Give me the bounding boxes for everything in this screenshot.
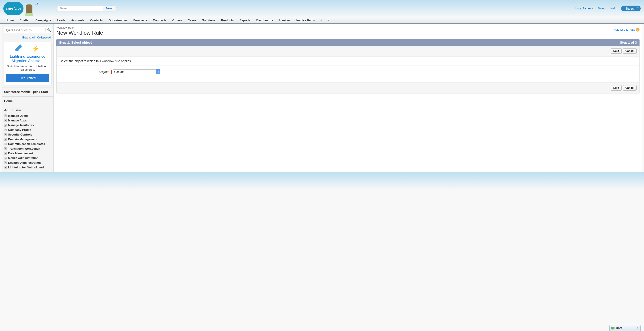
tree-label: Manage Users	[8, 114, 28, 118]
object-select[interactable]: Contact	[113, 69, 160, 74]
tree-label: Manage Apps	[8, 119, 27, 122]
page-head-row: Workflow Rule New Workflow Rule Help for…	[56, 26, 640, 39]
setup-link[interactable]: Setup	[598, 7, 606, 10]
tree-item-manage-users[interactable]: ▶Manage Users	[4, 114, 51, 118]
get-started-button[interactable]: Get Started	[6, 74, 49, 82]
search-input[interactable]	[57, 6, 103, 12]
global-search: Search	[57, 6, 117, 12]
tree-label: Data Management	[8, 152, 33, 155]
tree-item-security-controls[interactable]: ▶Security Controls	[4, 132, 51, 137]
salesforce-logo[interactable]: salesforce	[3, 2, 24, 15]
cancel-button[interactable]: Cancel	[623, 48, 636, 54]
app-picker[interactable]: Sales	[621, 6, 641, 12]
more-tabs-button[interactable]: ▾	[325, 17, 332, 24]
content: Workflow Rule New Workflow Rule Help for…	[54, 24, 642, 172]
lightning-bolt-icon: ⚡	[31, 45, 39, 52]
tab-forecasts[interactable]: Forecasts	[130, 17, 150, 24]
arrow-right-icon: →	[25, 46, 29, 51]
next-button[interactable]: Next	[611, 48, 622, 54]
search-button[interactable]: Search	[103, 6, 117, 12]
expand-all-link[interactable]: Expand All	[22, 36, 35, 39]
mascot-area: '18	[26, 2, 35, 14]
tree-label: Mobile Administration	[8, 156, 38, 160]
page-head-left: Workflow Rule New Workflow Rule	[56, 26, 103, 39]
tree-item-translation-workbench[interactable]: ▶Translation Workbench	[4, 146, 51, 151]
tree-label: Domain Management	[8, 138, 37, 141]
object-row: Object Contact ▲▼	[56, 66, 639, 78]
tree-item-company-profile[interactable]: ▶Company Profile	[4, 128, 51, 132]
tree-label: Lightning for Outlook and	[8, 166, 44, 169]
lightning-promo: → ⚡ Lightning Experience Migration Assis…	[4, 42, 52, 86]
help-link[interactable]: Help	[610, 7, 616, 10]
chevron-right-icon: ▶	[4, 119, 7, 122]
tab-home[interactable]: Home	[3, 17, 16, 24]
sidebar-item-home[interactable]: Home	[2, 96, 54, 106]
chevron-right-icon: ▶	[4, 138, 7, 141]
search-icon[interactable]: 🔍	[47, 28, 51, 32]
new-tab-button[interactable]: +	[318, 17, 325, 24]
tab-campaigns[interactable]: Campaigns	[33, 17, 54, 24]
sidebar: i 🔍 Expand All | Collapse All → ⚡ Lightn…	[2, 24, 54, 172]
tab-products[interactable]: Products	[218, 17, 236, 24]
tree-label: Communication Templates	[8, 142, 45, 146]
quick-find: i 🔍	[4, 26, 51, 33]
object-select-wrap: Contact ▲▼	[113, 69, 160, 74]
page-title: New Workflow Rule	[56, 30, 103, 36]
step-banner: Step 1: Select object Step 1 of 3	[56, 39, 640, 46]
collapse-all-link[interactable]: Collapse All	[37, 36, 51, 39]
required-indicator	[111, 70, 112, 74]
chevron-right-icon: ▶	[4, 157, 7, 160]
tree-item-manage-territories[interactable]: ▶Manage Territories	[4, 123, 51, 128]
step-title: Step 1: Select object	[59, 40, 92, 44]
tab-contracts[interactable]: Contracts	[150, 17, 170, 24]
tab-contacts[interactable]: Contacts	[88, 17, 106, 24]
chevron-right-icon: ▶	[4, 148, 7, 150]
tab-cases[interactable]: Cases	[185, 17, 199, 24]
sidebar-item-mobile-quick-start[interactable]: Salesforce Mobile Quick Start	[2, 87, 54, 96]
tree-item-communication-templates[interactable]: ▶Communication Templates	[4, 142, 51, 146]
tree-item-mobile-administration[interactable]: ▶Mobile Administration	[4, 156, 51, 160]
tab-leads[interactable]: Leads	[54, 17, 68, 24]
breadcrumb: Workflow Rule	[56, 26, 103, 29]
chevron-right-icon: ▶	[4, 124, 7, 126]
next-button-bottom[interactable]: Next	[611, 85, 622, 90]
sidebar-heading-administer: Administer	[2, 106, 54, 114]
tree-item-manage-apps[interactable]: ▶Manage Apps	[4, 118, 51, 123]
global-header: salesforce '18 Search Lucy Saines Setup …	[0, 0, 644, 17]
tab-dashboards[interactable]: Dashboards	[253, 17, 276, 24]
object-label: Object	[60, 70, 111, 74]
promo-subtitle: Switch to the modern, intelligent Salesf…	[6, 65, 49, 71]
tab-accounts[interactable]: Accounts	[68, 17, 87, 24]
chevron-right-icon: ▶	[4, 166, 7, 169]
help-icon: ?	[636, 28, 640, 32]
tree-item-data-management[interactable]: ▶Data Management	[4, 151, 51, 156]
promo-title[interactable]: Lightning Experience Migration Assistant	[6, 54, 49, 63]
info-icon[interactable]: i	[46, 28, 46, 32]
tree-label: Translation Workbench	[8, 147, 40, 150]
tree-label: Desktop Administration	[8, 161, 41, 164]
tab-solutions[interactable]: Solutions	[199, 17, 218, 24]
quick-find-input[interactable]	[4, 28, 46, 32]
tab-invoice-items[interactable]: Invoice Items	[294, 17, 318, 24]
step-of: Step 1 of 3	[620, 40, 637, 44]
tab-opportunities[interactable]: Opportunities	[106, 17, 130, 24]
help-for-page-link[interactable]: Help for this Page ?	[614, 28, 640, 32]
flower-icon	[16, 46, 23, 52]
tree-label: Manage Territories	[8, 124, 34, 127]
cancel-button-bottom[interactable]: Cancel	[623, 85, 636, 90]
nav-tabs: Home Chatter Campaigns Leads Accounts Co…	[0, 17, 644, 24]
tree-item-domain-management[interactable]: ▶Domain Management	[4, 137, 51, 142]
tree-item-lightning-outlook[interactable]: ▶Lightning for Outlook and	[4, 165, 51, 170]
tab-invoices[interactable]: Invoices	[276, 17, 294, 24]
main-wrap: i 🔍 Expand All | Collapse All → ⚡ Lightn…	[2, 24, 642, 172]
user-menu[interactable]: Lucy Saines	[575, 7, 593, 10]
tab-reports[interactable]: Reports	[236, 17, 253, 24]
mascot-year: '18	[35, 2, 38, 5]
tree-item-desktop-administration[interactable]: ▶Desktop Administration	[4, 160, 51, 165]
tab-chatter[interactable]: Chatter	[16, 17, 33, 24]
chevron-right-icon: ▶	[4, 133, 7, 136]
logo-area: salesforce '18	[3, 2, 35, 15]
instruction-text: Select the object to which this workflow…	[56, 56, 639, 66]
administer-tree: ▶Manage Users ▶Manage Apps ▶Manage Terri…	[2, 114, 54, 172]
tab-orders[interactable]: Orders	[169, 17, 185, 24]
